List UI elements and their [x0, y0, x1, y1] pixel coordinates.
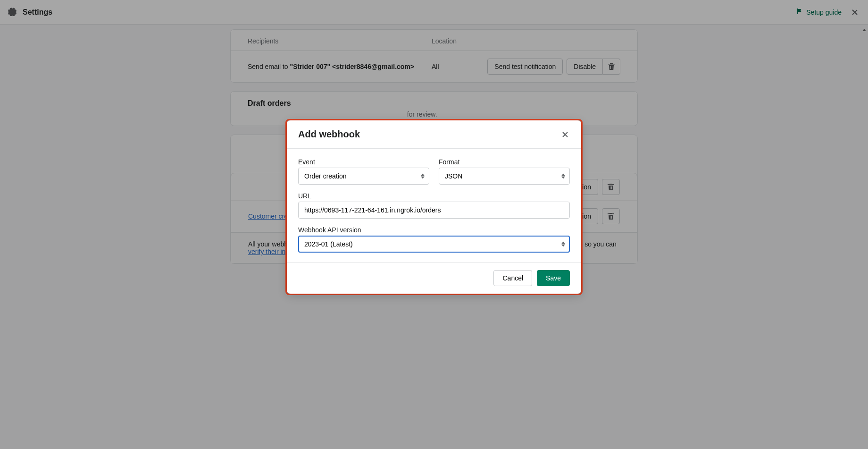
modal-close-button[interactable] — [560, 130, 570, 139]
url-label: URL — [298, 192, 570, 200]
format-select[interactable]: JSON — [439, 168, 570, 185]
save-button[interactable]: Save — [537, 270, 570, 286]
add-webhook-modal: Add webhook Event Order creation — [287, 120, 581, 294]
event-label: Event — [298, 158, 429, 166]
close-icon — [560, 130, 570, 139]
modal-header: Add webhook — [287, 120, 581, 149]
format-label: Format — [439, 158, 570, 166]
api-version-select[interactable]: 2023-01 (Latest) — [298, 236, 570, 253]
event-select[interactable]: Order creation — [298, 168, 429, 185]
api-version-label: Webhook API version — [298, 226, 570, 234]
modal-title: Add webhook — [298, 129, 360, 140]
cancel-button[interactable]: Cancel — [493, 270, 532, 286]
modal-body: Event Order creation Format — [287, 149, 581, 262]
modal-footer: Cancel Save — [287, 262, 581, 294]
url-input[interactable] — [298, 202, 570, 219]
modal-overlay: Add webhook Event Order creation — [0, 0, 868, 449]
